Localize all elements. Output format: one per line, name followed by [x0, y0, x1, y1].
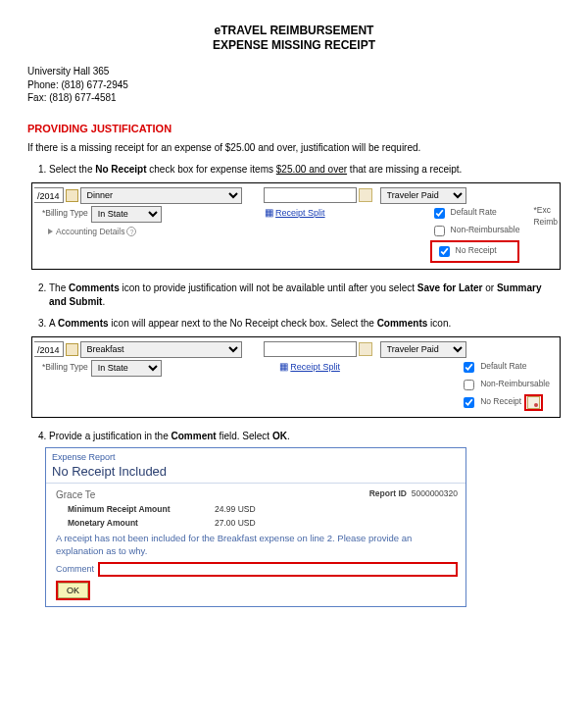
- step-3-e: icon.: [427, 318, 451, 329]
- expense-type-select[interactable]: Dinner: [80, 187, 242, 204]
- step-2-c: icon to provide justification will not b…: [120, 282, 417, 293]
- step-1-text-a: Select the: [49, 164, 95, 175]
- billing-type-select[interactable]: In State: [91, 206, 162, 223]
- no-receipt-label-2: No Receipt: [480, 396, 521, 408]
- contact-fax-label: Fax:: [27, 92, 46, 103]
- dialog-user-name: Grace Te: [56, 488, 95, 502]
- dialog-header: Expense Report: [46, 448, 466, 464]
- non-reimbursable-label-2: Non-Reimbursable: [480, 379, 550, 390]
- min-receipt-value: 24.99 USD: [215, 504, 256, 516]
- amount-input[interactable]: [264, 187, 357, 203]
- contact-phone-label: Phone:: [27, 79, 59, 90]
- ok-button-highlight: OK: [56, 581, 90, 601]
- pay-type-select-2[interactable]: Traveler Paid: [380, 341, 466, 358]
- step-1-bold: No Receipt: [95, 164, 146, 175]
- contact-block: University Hall 365 Phone: (818) 677-294…: [27, 65, 561, 105]
- receipt-split-icon: ▦: [265, 207, 273, 218]
- billing-type-select-2[interactable]: In State: [91, 360, 162, 377]
- step-2-e: or: [482, 282, 496, 293]
- min-receipt-label: Minimum Receipt Amount: [68, 504, 185, 516]
- billing-type-label: *Billing Type: [42, 208, 88, 220]
- step-4-d: OK: [272, 431, 287, 441]
- intro-text: If there is a missing receipt for an exp…: [27, 142, 561, 153]
- step-3-c: icon will appear next to the No Receipt …: [109, 318, 377, 329]
- step-4-b: Comment: [172, 431, 217, 441]
- default-rate-checkbox-2[interactable]: [464, 362, 474, 373]
- receipt-split-link-2[interactable]: Receipt Split: [290, 362, 340, 372]
- side-reimb-label: Reimb: [533, 217, 558, 229]
- contact-fax: (818) 677-4581: [49, 92, 116, 103]
- step-2-d: Save for Later: [417, 282, 483, 293]
- step-1: Select the No Receipt check box for expe…: [49, 163, 561, 270]
- monetary-amount-label: Monetary Amount: [68, 518, 185, 530]
- lookup-icon-2[interactable]: [359, 342, 372, 356]
- no-receipt-highlight: No Receipt: [430, 240, 520, 263]
- step-4-c: field. Select: [217, 431, 272, 441]
- step-4: Provide a justification in the Comment f…: [49, 430, 561, 608]
- contact-address: University Hall 365: [27, 65, 561, 78]
- step-3-d: Comments: [377, 318, 428, 329]
- step-2: The Comments icon to provide justificati…: [49, 281, 561, 309]
- default-rate-label-2: Default Rate: [480, 361, 526, 373]
- non-reimbursable-checkbox-2[interactable]: [464, 380, 474, 390]
- no-receipt-label: No Receipt: [456, 245, 497, 257]
- report-id-value: 5000000320: [412, 488, 458, 498]
- ok-button[interactable]: OK: [58, 583, 88, 599]
- step-2-b: Comments: [69, 282, 120, 293]
- monetary-amount-value: 27.00 USD: [215, 518, 256, 530]
- default-rate-label: Default Rate: [451, 207, 497, 219]
- report-id-label: Report ID: [369, 488, 407, 498]
- dialog-title: No Receipt Included: [46, 463, 466, 484]
- step-4-a: Provide a justification in the: [49, 431, 172, 441]
- amount-input-2[interactable]: [264, 341, 357, 357]
- step-2-a: The: [49, 282, 69, 293]
- receipt-split-link[interactable]: Receipt Split: [275, 208, 325, 218]
- receipt-split-icon-2: ▦: [279, 361, 288, 372]
- comment-input[interactable]: [98, 562, 458, 577]
- calendar-icon[interactable]: [66, 189, 78, 202]
- step-2-g: .: [102, 296, 105, 307]
- step-3-a: A: [49, 318, 58, 329]
- step-1-text-c: check box for expense items: [147, 164, 276, 175]
- pay-type-select[interactable]: Traveler Paid: [380, 187, 466, 204]
- expense-type-select-2[interactable]: Breakfast: [80, 341, 242, 358]
- comment-label: Comment: [56, 563, 94, 576]
- comments-icon-highlight: [524, 394, 543, 411]
- step-1-underline: $25.00 and over: [276, 164, 347, 175]
- side-exc-label: *Exc: [533, 205, 558, 217]
- no-receipt-checkbox-2[interactable]: [464, 397, 474, 408]
- dialog-message: A receipt has not been included for the …: [56, 531, 458, 562]
- step-3: A Comments icon will appear next to the …: [49, 317, 561, 418]
- step-3-b: Comments: [58, 318, 109, 329]
- default-rate-checkbox[interactable]: [434, 208, 445, 219]
- step-4-e: .: [287, 431, 290, 441]
- screenshot-2: /2014 Breakfast Traveler Paid *Billing T…: [31, 336, 561, 418]
- billing-type-label-2: *Billing Type: [42, 362, 88, 374]
- non-reimbursable-label: Non-Reimbursable: [451, 225, 520, 236]
- page-title-2: EXPENSE MISSING RECEIPT: [27, 38, 561, 53]
- no-receipt-dialog: Expense Report No Receipt Included Grace…: [45, 447, 466, 608]
- accounting-details-toggle[interactable]: Accounting Details?: [34, 223, 164, 238]
- calendar-icon-2[interactable]: [66, 343, 78, 356]
- comments-icon[interactable]: [527, 396, 540, 409]
- date-fragment-2[interactable]: /2014: [34, 341, 64, 357]
- no-receipt-checkbox[interactable]: [439, 246, 450, 257]
- page-title-1: eTRAVEL REIMBURSEMENT: [27, 24, 561, 38]
- lookup-icon[interactable]: [359, 188, 372, 202]
- screenshot-1: /2014 Dinner Traveler Paid *Billing Type…: [31, 182, 561, 270]
- contact-phone: (818) 677-2945: [61, 79, 127, 90]
- section-heading: PROVIDING JUSTIFICATION: [27, 123, 561, 134]
- non-reimbursable-checkbox[interactable]: [434, 226, 445, 236]
- date-fragment[interactable]: /2014: [34, 187, 64, 203]
- step-1-text-e: that are missing a receipt.: [347, 164, 462, 175]
